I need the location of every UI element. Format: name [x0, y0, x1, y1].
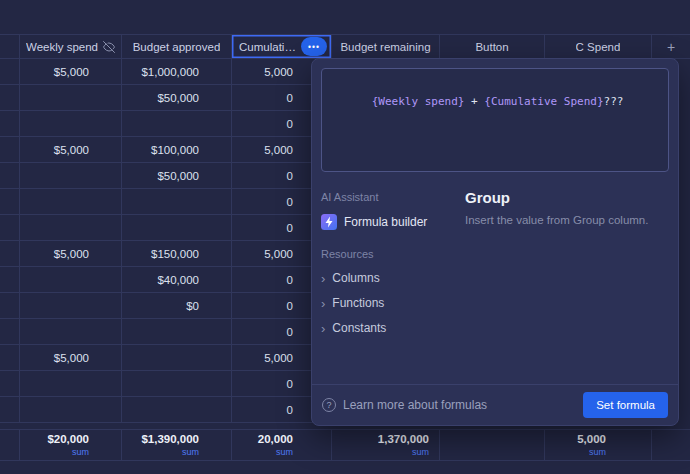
eye-off-icon	[103, 41, 115, 53]
summary-cell-button[interactable]	[440, 429, 545, 461]
formula-panel-sidebar: AI Assistant Formula	[321, 183, 449, 383]
help-icon: ?	[322, 398, 336, 412]
summary-aggregation-label: sum	[276, 448, 293, 457]
table-cell[interactable]	[122, 215, 232, 241]
summary-gutter	[0, 429, 20, 461]
table-cell[interactable]	[20, 267, 122, 293]
formula-token-field: {Cumulative Spend}	[484, 95, 603, 108]
row-gutter	[0, 319, 20, 345]
table-cell[interactable]: $150,000	[122, 241, 232, 267]
row-gutter	[0, 215, 20, 241]
learn-more-label: Learn more about formulas	[343, 398, 487, 412]
table-cell[interactable]	[20, 85, 122, 111]
column-header-c-spend[interactable]: C Spend	[545, 34, 652, 59]
table-cell[interactable]	[122, 371, 232, 397]
column-header-button[interactable]: Button	[440, 34, 545, 59]
table-cell[interactable]	[20, 111, 122, 137]
summary-value: $1,390,000	[141, 433, 199, 446]
resource-item-columns[interactable]: › Columns	[321, 271, 449, 285]
table-cell[interactable]	[20, 371, 122, 397]
column-header-label: Weekly spend	[26, 41, 98, 53]
header-gutter	[0, 34, 20, 59]
resource-label: Functions	[332, 296, 384, 310]
table-header-row: Weekly spend Budget approved Cumulative …	[0, 34, 690, 59]
chevron-right-icon: ›	[321, 322, 325, 335]
ai-assistant-label: AI Assistant	[321, 191, 449, 203]
row-gutter	[0, 345, 20, 371]
chevron-right-icon: ›	[321, 272, 325, 285]
column-header-weekly-spend[interactable]: Weekly spend	[20, 34, 122, 59]
row-gutter	[0, 137, 20, 163]
formula-detail-pane: Group Insert the value from Group column…	[449, 183, 669, 383]
table-cell[interactable]: $100,000	[122, 137, 232, 163]
formula-input[interactable]: {Weekly spend} + {Cumulative Spend}???	[321, 68, 669, 172]
resource-item-functions[interactable]: › Functions	[321, 296, 449, 310]
row-gutter	[0, 293, 20, 319]
summary-value: 20,000	[258, 433, 293, 446]
column-header-label: Budget remaining	[340, 41, 430, 53]
formula-token-text: ???	[604, 95, 624, 108]
column-header-label: Cumulative …	[239, 41, 301, 53]
table-cell[interactable]	[122, 345, 232, 371]
row-gutter	[0, 397, 20, 423]
row-gutter	[0, 59, 20, 85]
row-gutter	[0, 85, 20, 111]
summary-aggregation-label: sum	[412, 448, 429, 457]
table-summary-row: $20,000 sum $1,390,000 sum 20,000 sum 1,…	[0, 429, 690, 461]
resource-label: Columns	[332, 271, 379, 285]
table-cell[interactable]	[122, 189, 232, 215]
table-cell[interactable]: $5,000	[20, 345, 122, 371]
formula-panel-footer: ? Learn more about formulas Set formula	[312, 384, 678, 425]
column-header-label: C Spend	[576, 41, 621, 53]
row-gutter	[0, 371, 20, 397]
table-cell[interactable]: $5,000	[20, 59, 122, 85]
set-formula-button[interactable]: Set formula	[583, 392, 668, 418]
table-cell[interactable]	[20, 397, 122, 423]
table-cell[interactable]	[20, 163, 122, 189]
summary-aggregation-label: sum	[72, 448, 89, 457]
formula-token-operator: +	[464, 95, 484, 108]
table-cell[interactable]: $5,000	[20, 137, 122, 163]
column-header-label: Budget approved	[133, 41, 221, 53]
resource-item-constants[interactable]: › Constants	[321, 321, 449, 335]
summary-filler	[652, 429, 690, 461]
table-cell[interactable]	[20, 215, 122, 241]
formula-token-field: {Weekly spend}	[372, 95, 465, 108]
column-header-budget-remaining[interactable]: Budget remaining	[332, 34, 440, 59]
row-gutter	[0, 189, 20, 215]
table-cell[interactable]: $40,000	[122, 267, 232, 293]
detail-description: Insert the value from Group column.	[465, 214, 669, 226]
summary-aggregation-label: sum	[589, 448, 606, 457]
table-cell[interactable]: $0	[122, 293, 232, 319]
summary-cell-budget-remaining[interactable]: 1,370,000 sum	[332, 429, 440, 461]
column-header-budget-approved[interactable]: Budget approved	[122, 34, 232, 59]
summary-value: 5,000	[577, 433, 606, 446]
table-cell[interactable]	[20, 319, 122, 345]
formula-builder-item[interactable]: Formula builder	[321, 214, 449, 230]
summary-value: $20,000	[47, 433, 89, 446]
table-cell[interactable]: $1,000,000	[122, 59, 232, 85]
table-cell[interactable]	[20, 293, 122, 319]
row-gutter	[0, 111, 20, 137]
summary-cell-c-spend[interactable]: 5,000 sum	[545, 429, 652, 461]
table-cell[interactable]	[20, 189, 122, 215]
toolbar-area	[0, 0, 690, 34]
column-header-cumulative[interactable]: Cumulative … •••	[232, 34, 332, 59]
table-cell[interactable]: $5,000	[20, 241, 122, 267]
table-cell[interactable]: $50,000	[122, 163, 232, 189]
summary-aggregation-label: sum	[182, 448, 199, 457]
plus-icon: +	[667, 39, 675, 55]
table-cell[interactable]	[122, 397, 232, 423]
summary-cell-cumulative[interactable]: 20,000 sum	[232, 429, 332, 461]
summary-cell-budget-approved[interactable]: $1,390,000 sum	[122, 429, 232, 461]
add-column-button[interactable]: +	[652, 34, 690, 59]
summary-value: 1,370,000	[378, 433, 429, 446]
table-cell[interactable]	[122, 319, 232, 345]
column-header-label: Button	[475, 41, 508, 53]
summary-cell-weekly-spend[interactable]: $20,000 sum	[20, 429, 122, 461]
column-menu-button[interactable]: •••	[301, 37, 327, 56]
table-cell[interactable]	[122, 111, 232, 137]
chevron-right-icon: ›	[321, 297, 325, 310]
table-cell[interactable]: $50,000	[122, 85, 232, 111]
learn-more-link[interactable]: ? Learn more about formulas	[322, 398, 487, 412]
